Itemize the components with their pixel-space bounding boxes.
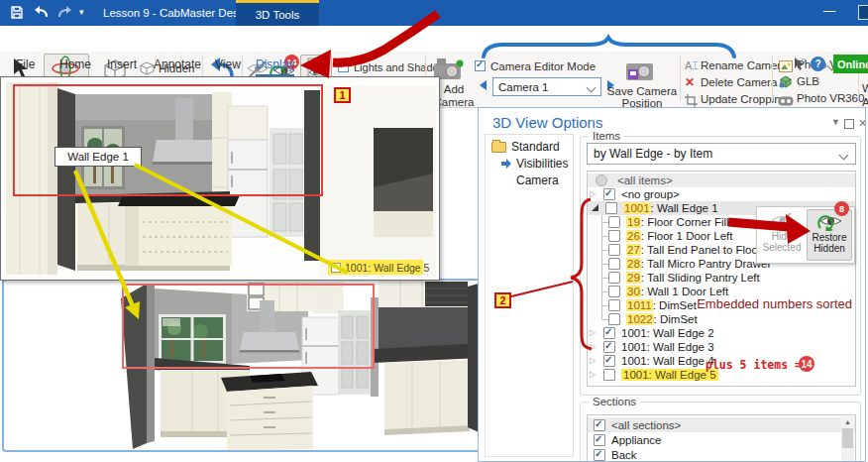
update-cropping-button[interactable]: Update Cropping: [701, 93, 787, 105]
items-list[interactable]: <all items>▷<no group>1001: Wall Edge 11…: [587, 171, 856, 387]
row-checkbox[interactable]: [608, 258, 620, 270]
rename-icon[interactable]: A⌶: [685, 59, 699, 72]
row-checkbox[interactable]: [603, 341, 615, 353]
glb-button[interactable]: GLB: [797, 75, 819, 87]
chevron-down-icon: [587, 83, 597, 93]
items-row[interactable]: <all items>: [588, 173, 855, 187]
prev-camera-icon[interactable]: [480, 80, 487, 90]
camera-crop-rect-main: [122, 284, 375, 369]
row-checkbox[interactable]: [608, 286, 620, 297]
items-row[interactable]: ▷<no group>: [588, 187, 855, 201]
items-row[interactable]: ▷1001: Wall Edge 2: [588, 326, 855, 340]
items-row[interactable]: 1022: DimSet: [588, 312, 855, 326]
nav-visibilities-label: Visibilities: [516, 157, 568, 171]
hide-selected-button[interactable]: Hide Selected: [759, 209, 805, 261]
nav-camera-label: Camera: [516, 173, 559, 187]
expander-collapsed-icon[interactable]: ▷: [590, 340, 598, 354]
total-count-badge: 14: [799, 356, 814, 372]
row-checkbox[interactable]: [603, 369, 615, 381]
camera-view-window[interactable]: Wall Edge 1 1001: Wall Edge 5: [0, 76, 440, 281]
camera-editor-label[interactable]: Camera Editor Mode: [490, 60, 596, 72]
items-row[interactable]: ▷1001: Wall Edge 3: [588, 340, 855, 354]
scroll-thumb[interactable]: [842, 428, 853, 448]
photo-vr360-button[interactable]: Photo VR360: [797, 92, 864, 104]
tree-line: [596, 229, 608, 243]
row-checkbox[interactable]: [594, 449, 605, 461]
row-checkbox[interactable]: [608, 230, 620, 242]
sections-scrollbar[interactable]: ▲: [841, 416, 854, 462]
qat-customize-icon[interactable]: ▾: [79, 7, 84, 17]
panel-close-icon[interactable]: ✕: [858, 117, 866, 130]
online-button[interactable]: Online: [833, 55, 868, 73]
sections-row[interactable]: Back: [588, 447, 855, 462]
panel-3d-view-options: 3D View Options ▼ ✕ Standard Visibilitie…: [478, 107, 866, 462]
clipped-group-label1: W: [862, 82, 868, 94]
row-checkbox[interactable]: [608, 299, 620, 311]
note-embedded-sorted: Embedded numbers sorted: [688, 296, 852, 311]
camera-select[interactable]: Camera 1: [492, 77, 601, 96]
undo-icon[interactable]: [33, 4, 50, 24]
maximize-icon[interactable]: [858, 5, 868, 20]
glb-icon[interactable]: [779, 74, 793, 92]
row-checkbox[interactable]: [603, 327, 615, 339]
nav-camera[interactable]: Camera: [516, 173, 559, 187]
sections-group: Sections <all sections>ApplianceBackBenc…: [580, 402, 861, 462]
panel-maximize-icon[interactable]: [844, 119, 854, 129]
sections-row[interactable]: <all sections>: [588, 417, 855, 432]
save-camera-icon[interactable]: [624, 58, 656, 87]
row-checkbox[interactable]: [608, 313, 620, 325]
current-page-arrow-icon: [501, 159, 512, 169]
rename-camera-button[interactable]: Rename Camera: [701, 59, 788, 71]
wall-edge-5-tag[interactable]: 1001: Wall Edge 5: [328, 260, 423, 275]
save-icon[interactable]: [10, 5, 24, 24]
row-checkbox[interactable]: [594, 419, 605, 431]
save-camera-label1[interactable]: Save Camera: [604, 85, 680, 97]
row-checkbox[interactable]: [608, 272, 620, 284]
tab-display[interactable]: Display: [256, 58, 294, 76]
nav-standard-label: Standard: [511, 140, 560, 154]
tab-3d-tools[interactable]: 3D Tools: [236, 0, 319, 26]
scroll-up-icon[interactable]: ▲: [841, 416, 854, 427]
row-checkbox[interactable]: [608, 244, 620, 256]
all-items-icon: [596, 174, 607, 186]
items-filter-dropdown[interactable]: by Wall Edge - by Item: [587, 143, 856, 165]
expander-collapsed-icon[interactable]: ▷: [590, 368, 598, 382]
expander-expanded-icon[interactable]: [592, 204, 598, 211]
restore-label2: Hidden: [814, 243, 845, 254]
restore-hidden-button[interactable]: Restore Hidden: [807, 209, 852, 261]
tab-file[interactable]: File: [16, 58, 35, 71]
expander-collapsed-icon[interactable]: ▷: [590, 187, 598, 201]
expander-collapsed-icon[interactable]: ▷: [590, 326, 598, 340]
expander-collapsed-icon[interactable]: ▷: [590, 354, 598, 368]
tab-annotate[interactable]: Annotate: [154, 58, 201, 71]
redo-icon[interactable]: [56, 4, 73, 24]
sections-list[interactable]: <all sections>ApplianceBackBenchtop ▲: [587, 414, 856, 462]
help-icon[interactable]: ?: [811, 57, 825, 71]
tab-home[interactable]: Home: [59, 58, 91, 71]
row-checkbox[interactable]: [603, 188, 615, 200]
items-row[interactable]: 29: Tall Sliding Pantry Left: [588, 271, 855, 285]
tag-checkbox[interactable]: [331, 263, 341, 273]
row-checkbox[interactable]: [603, 355, 615, 367]
step-2-marker: 2: [494, 292, 511, 308]
nav-standard[interactable]: Standard: [491, 140, 560, 154]
minimize-icon[interactable]: —: [820, 4, 838, 20]
row-label: Back: [611, 449, 637, 461]
sections-row[interactable]: Appliance: [588, 432, 855, 447]
row-checkbox[interactable]: [608, 216, 620, 228]
tab-insert[interactable]: Insert: [107, 58, 137, 71]
context-help-icon[interactable]: ?: [793, 57, 807, 75]
panel-pin-icon[interactable]: ▼: [831, 117, 840, 127]
delete-camera-button[interactable]: Delete Camera: [701, 76, 777, 88]
lights-shadows-checkbox[interactable]: [338, 61, 349, 72]
items-group-label: Items: [589, 130, 624, 142]
row-checkbox[interactable]: [605, 202, 617, 214]
step-1-marker: 1: [334, 87, 351, 103]
note-plus-items: plus 5 items =: [705, 358, 802, 372]
row-checkbox[interactable]: [594, 434, 605, 446]
row-label: 1001: Wall Edge 3: [621, 341, 714, 353]
camera-editor-checkbox[interactable]: [475, 60, 486, 71]
tab-view[interactable]: View: [215, 58, 241, 71]
delete-icon[interactable]: ✕: [685, 75, 695, 89]
nav-visibilities[interactable]: Visibilities: [501, 157, 568, 171]
